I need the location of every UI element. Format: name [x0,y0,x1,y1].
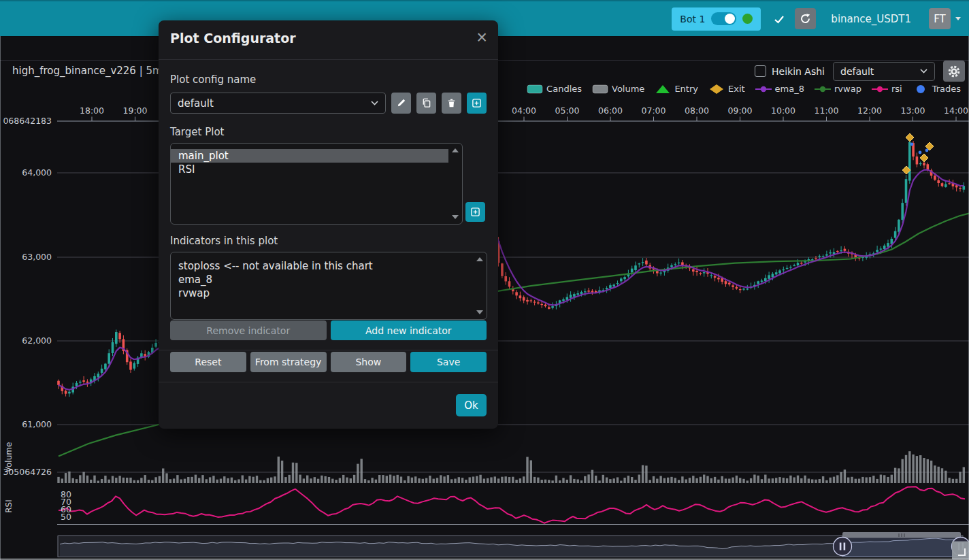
plot-config-name-label: Plot config name [170,73,256,86]
add-plot-button[interactable] [465,202,485,222]
config-name-select[interactable]: default [170,93,386,114]
add-new-indicator-button[interactable]: Add new indicator [331,320,487,340]
svg-text:63,000: 63,000 [22,252,52,262]
svg-text:07:00: 07:00 [641,105,666,116]
target-plot-option[interactable]: RSI [171,163,448,176]
delete-config-button[interactable] [442,93,461,114]
config-name-select-value: default [178,97,214,110]
avatar: FT [929,8,951,29]
ok-button[interactable]: Ok [456,394,487,416]
svg-text:10:00: 10:00 [771,105,795,116]
indicator-option[interactable]: rvwap [171,286,473,300]
target-plot-list[interactable]: main_plotRSI [170,143,463,225]
legend-label: ema_8 [775,84,804,94]
add-config-button[interactable] [467,93,487,114]
legend-item-Entry[interactable]: Entry [655,84,698,94]
bot-toggle[interactable] [711,12,736,25]
chart-settings-button[interactable] [943,61,965,82]
Exit-legend-icon [708,84,725,94]
legend-item-Volume[interactable]: Volume [592,84,644,94]
svg-text:11:00: 11:00 [814,105,838,116]
svg-text:61,000: 61,000 [22,419,52,429]
copy-icon [421,98,431,108]
pair-label: binance_USDT1 [831,13,911,25]
svg-text:05:00: 05:00 [555,105,579,116]
chart-title: high_frog_binance_v226 | 5m [12,65,163,77]
show-button[interactable]: Show [331,352,407,372]
svg-text:19:00: 19:00 [122,105,147,116]
indicator-buttons: Remove indicator Add new indicator [170,320,487,340]
legend-item-Trades[interactable]: Trades [913,84,961,94]
Candles-legend-icon [527,84,543,94]
divider [159,382,498,382]
plot-config-select[interactable]: default [833,62,935,81]
Trades-legend-icon [913,84,929,94]
legend-label: rvwap [834,84,861,94]
chevron-down-icon [371,101,378,105]
ema_8-legend-icon [755,84,772,94]
svg-text:08:00: 08:00 [685,105,709,116]
resize-grip[interactable] [952,542,969,560]
legend-label: rsi [891,84,902,94]
indicators-list[interactable]: stoploss <-- not available in this chart… [170,252,487,320]
plus-square-icon [470,207,480,217]
scroll-up-icon[interactable] [476,257,483,261]
navigator[interactable] [58,532,969,560]
svg-text:04:00: 04:00 [512,105,536,116]
duplicate-config-button[interactable] [416,93,436,114]
svg-text:50: 50 [61,512,71,522]
legend-item-rsi[interactable]: rsi [872,84,902,94]
refresh-icon [800,13,811,24]
svg-text:Volume: Volume [4,442,14,473]
plot-configurator-modal: Plot Configurator × Plot config name def… [159,20,498,429]
svg-text:18:00: 18:00 [80,105,104,116]
svg-text:12:00: 12:00 [857,105,882,116]
action-buttons: Reset From strategy Show Save [170,352,487,372]
check-icon [773,13,785,25]
legend-item-Candles[interactable]: Candles [527,84,582,94]
legend-item-Exit[interactable]: Exit [708,84,745,94]
divider [159,59,498,60]
scroll-down-icon[interactable] [476,310,483,314]
indicator-option[interactable]: stoploss <-- not available in this chart [171,259,473,273]
legend-label: Candles [546,84,582,94]
refresh-button[interactable] [795,8,816,29]
save-button[interactable]: Save [410,352,487,372]
target-plot-label: Target Plot [170,126,224,138]
toggle-knob [725,14,735,24]
legend-label: Trades [932,84,961,94]
pencil-icon [396,98,406,108]
svg-text:06:00: 06:00 [598,105,623,116]
reset-button[interactable]: Reset [170,352,246,372]
legend-label: Volume [612,84,644,94]
close-button[interactable]: × [474,26,490,50]
svg-text:068642183: 068642183 [3,116,52,126]
svg-text:13:00: 13:00 [900,105,925,116]
nav-handle-left[interactable] [834,538,852,556]
bot-selector[interactable]: Bot 1 [672,7,761,31]
chart-controls: Heikin Ashi default [755,61,965,82]
config-row: default [170,93,487,114]
legend-label: Entry [674,84,698,94]
bot-online-dot [742,14,753,24]
target-plot-option[interactable]: main_plot [171,149,448,163]
user-menu[interactable]: FT [929,8,961,29]
remove-indicator-button[interactable]: Remove indicator [170,320,327,340]
divider [159,350,498,350]
heikin-ashi-checkbox[interactable] [755,65,766,77]
indicators-label: Indicators in this plot [170,235,278,247]
scroll-up-icon[interactable] [452,148,459,152]
chart-legend: CandlesVolumeEntryExitema_8rvwaprsiTrade… [527,84,961,94]
indicator-option[interactable]: ema_8 [171,273,473,286]
edit-config-button[interactable] [391,93,411,114]
heikin-ashi-option[interactable]: Heikin Ashi [755,65,825,77]
legend-label: Exit [728,84,745,94]
from-strategy-button[interactable]: From strategy [250,352,327,372]
scroll-down-icon[interactable] [452,215,459,219]
svg-text:09:00: 09:00 [727,105,752,116]
legend-item-rvwap[interactable]: rvwap [815,84,861,94]
app: 18:0019:0020:0021:0022:0023:0000:0001:00… [0,0,969,560]
legend-item-ema_8[interactable]: ema_8 [755,84,804,94]
trash-icon [446,98,457,108]
modal-title: Plot Configurator [159,20,498,54]
